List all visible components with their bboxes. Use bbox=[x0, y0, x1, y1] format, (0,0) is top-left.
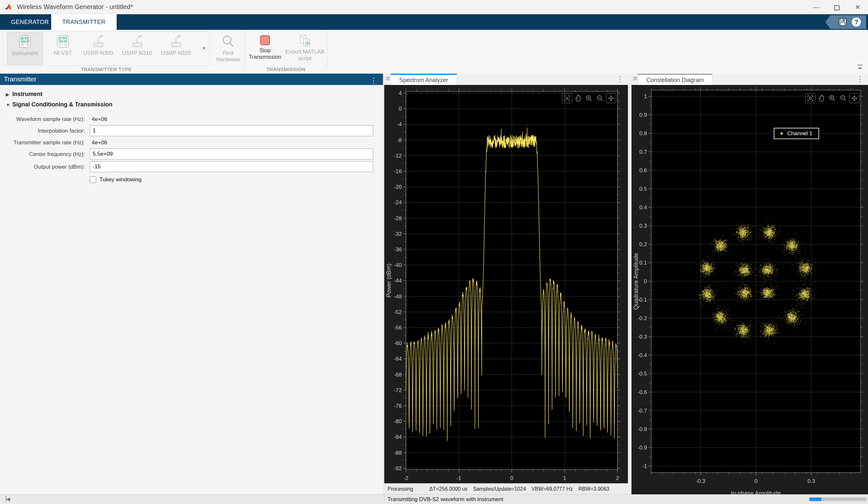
constellation-menu-icon[interactable]: ⋮ bbox=[856, 75, 864, 83]
spectrum-menu-icon[interactable]: ⋮ bbox=[616, 75, 623, 83]
device-label: USRP N320 bbox=[159, 50, 193, 57]
constellation-plot: 10.90.80.70.60.50.40.30.20.10-0.1-0.2-0.… bbox=[631, 85, 868, 494]
svg-text:-24: -24 bbox=[394, 200, 402, 205]
center-frequency-input[interactable] bbox=[90, 149, 373, 160]
tab-transmitter[interactable]: TRANSMITTER bbox=[51, 14, 117, 30]
save-icon[interactable] bbox=[838, 18, 847, 27]
svg-text:-80: -80 bbox=[394, 419, 402, 425]
section-label-transmitter-type: TRANSMITTER TYPE bbox=[3, 67, 210, 72]
svg-text:2: 2 bbox=[616, 475, 619, 481]
device-label: Instrument bbox=[8, 50, 42, 57]
gallery-dropdown-icon[interactable]: ▼ bbox=[202, 46, 206, 51]
pan-icon[interactable] bbox=[816, 93, 827, 103]
constellation-scatter bbox=[631, 85, 868, 494]
svg-text:-28: -28 bbox=[394, 215, 402, 222]
close-button[interactable]: ✕ bbox=[847, 0, 868, 14]
device-button-usrp-n300[interactable]: USRP N300 bbox=[82, 32, 115, 65]
fit-axes-icon[interactable] bbox=[606, 93, 616, 103]
fit-axes-icon[interactable] bbox=[849, 93, 860, 103]
svg-text:-72: -72 bbox=[394, 387, 402, 393]
zoom-out-icon[interactable] bbox=[595, 93, 605, 103]
plot-toolbar bbox=[562, 93, 616, 103]
collapsed-arrow-icon: ▶ bbox=[6, 92, 12, 97]
maximize-plot-icon[interactable] bbox=[805, 93, 816, 103]
drag-grip-icon[interactable] bbox=[633, 77, 637, 81]
collapse-statusbar-icon[interactable]: ▕◀ bbox=[3, 496, 10, 502]
section-signal-conditioning[interactable]: ▼Signal Conditioning & Transmission bbox=[6, 101, 112, 108]
svg-text:-52: -52 bbox=[394, 309, 402, 315]
legend-label: Channel 1 bbox=[787, 130, 813, 137]
instrument-icon bbox=[18, 35, 32, 49]
maximize-plot-icon[interactable] bbox=[562, 93, 572, 103]
export-script-button[interactable]: Export MATLAB script bbox=[285, 32, 325, 65]
ribbon-tab-bar: GENERATOR TRANSMITTER ? bbox=[0, 14, 868, 30]
status-message: Transmitting DVB-S2 waveform with Instru… bbox=[388, 496, 503, 503]
legend[interactable]: Channel 1 bbox=[774, 128, 819, 139]
tab-constellation-diagram[interactable]: Constellation Diagram bbox=[638, 74, 712, 85]
device-button-usrp-n310[interactable]: USRP N310 bbox=[121, 32, 154, 65]
samples-readout: Samples/Update=1024 bbox=[473, 486, 526, 492]
export-script-label: Export MATLAB script bbox=[285, 49, 325, 62]
interpolation-factor-label: Interpolation factor: bbox=[4, 128, 85, 134]
constellation-diagram-pane: Constellation Diagram ⋮ 10.90.80.70.60.5… bbox=[631, 74, 868, 494]
section-label: Signal Conditioning & Transmission bbox=[12, 101, 112, 108]
interpolation-factor-input[interactable] bbox=[90, 125, 373, 136]
maximize-button[interactable] bbox=[827, 0, 847, 14]
stop-transmission-button[interactable]: Stop Transmission bbox=[247, 32, 283, 65]
svg-text:-88: -88 bbox=[394, 450, 402, 456]
svg-text:-12: -12 bbox=[394, 153, 402, 159]
collapse-toolstrip-icon[interactable] bbox=[856, 64, 864, 70]
tukey-windowing-checkbox[interactable] bbox=[90, 177, 96, 183]
find-hardware-button[interactable]: Find Hardware bbox=[213, 32, 243, 65]
spectrum-plot: 40-4-8-12-16-20-24-28-32-36-40-44-48-52-… bbox=[384, 85, 628, 483]
zoom-out-icon[interactable] bbox=[838, 93, 849, 103]
svg-text:-36: -36 bbox=[394, 246, 402, 253]
waveform-sample-rate-value: 4e+06 bbox=[92, 116, 107, 123]
instrument-icon bbox=[55, 34, 70, 49]
tukey-windowing-label: Tukey windowing bbox=[100, 177, 142, 183]
svg-text:-20: -20 bbox=[394, 184, 402, 190]
svg-text:-32: -32 bbox=[394, 231, 402, 237]
svg-text:-64: -64 bbox=[394, 356, 402, 362]
toolbar-divider bbox=[245, 32, 245, 68]
device-button-ni-vst[interactable]: NI-VST bbox=[49, 32, 77, 65]
section-instrument[interactable]: ▶Instrument bbox=[6, 91, 42, 98]
svg-text:0: 0 bbox=[510, 475, 513, 481]
transmitter-panel: ▶Instrument ▼Signal Conditioning & Trans… bbox=[0, 85, 383, 494]
progress-bar bbox=[809, 497, 866, 501]
panel-title: Transmitter bbox=[4, 75, 36, 83]
waveform-sample-rate-label: Waveform sample rate (Hz): bbox=[4, 116, 85, 123]
pan-icon[interactable] bbox=[573, 93, 583, 103]
pane-splitter[interactable] bbox=[628, 74, 631, 494]
svg-text:-40: -40 bbox=[394, 262, 402, 268]
help-icon[interactable]: ? bbox=[852, 18, 861, 27]
device-label: USRP N310 bbox=[121, 50, 154, 57]
zoom-in-icon[interactable] bbox=[584, 93, 594, 103]
device-button-usrp-n320[interactable]: USRP N320 bbox=[159, 32, 193, 65]
zoom-in-icon[interactable] bbox=[827, 93, 838, 103]
device-button-instrument[interactable]: Instrument bbox=[7, 32, 43, 65]
statusbar-divider bbox=[384, 495, 384, 504]
minimize-button[interactable]: — bbox=[806, 0, 827, 14]
svg-text:-56: -56 bbox=[394, 325, 402, 331]
window-title: Wireless Waveform Generator - untitled* bbox=[17, 3, 133, 11]
export-script-icon bbox=[298, 34, 312, 47]
panel-menu-icon[interactable]: ⋮ bbox=[370, 75, 377, 86]
spectrum-analyzer-pane: Spectrum Analyzer ⋮ 40-4-8-12-16-20-24-2… bbox=[384, 74, 628, 494]
plot-toolbar bbox=[805, 93, 860, 103]
svg-text:-8: -8 bbox=[397, 137, 402, 143]
transmitter-sample-rate-value: 4e+06 bbox=[92, 140, 107, 146]
search-icon bbox=[221, 34, 235, 49]
usrp-radio-icon bbox=[91, 34, 106, 49]
svg-text:0: 0 bbox=[399, 106, 402, 112]
rbw-readout: RBW=3.9063 bbox=[578, 486, 609, 492]
drag-grip-icon[interactable] bbox=[386, 77, 390, 81]
status-bar: ▕◀ Transmitting DVB-S2 waveform with Ins… bbox=[0, 494, 868, 504]
svg-text:-2: -2 bbox=[403, 475, 408, 481]
svg-text:-76: -76 bbox=[394, 403, 402, 409]
output-power-input[interactable] bbox=[90, 161, 373, 172]
tab-spectrum-analyzer[interactable]: Spectrum Analyzer bbox=[390, 74, 457, 85]
svg-text:-60: -60 bbox=[394, 340, 402, 346]
matlab-logo-icon bbox=[4, 3, 14, 12]
device-label: NI-VST bbox=[49, 50, 77, 57]
